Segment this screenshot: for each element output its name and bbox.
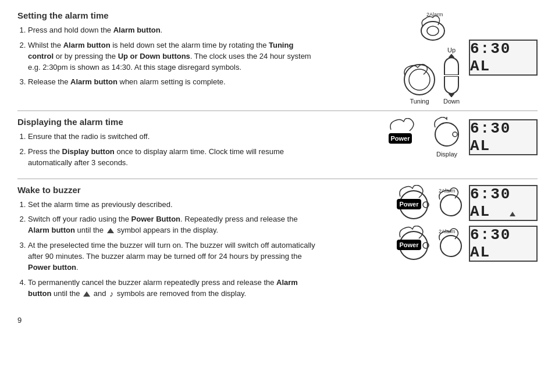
- section-displaying-alarm: Displaying the alarm time Ensure that th…: [17, 117, 538, 179]
- section-setting-alarm-visual: 2Alarm Tuning Up: [322, 10, 538, 105]
- svg-point-21: [440, 236, 461, 256]
- svg-text:Power: Power: [399, 241, 419, 248]
- down-arrow-svg: [440, 76, 463, 97]
- wake-row-1: Power 2Alarm 6:30 AL: [393, 185, 538, 221]
- step-2-1: Ensure that the radio is switched off.: [28, 131, 316, 142]
- power-alarm-wrap-1: Power 2Alarm: [393, 185, 464, 221]
- lcd-2: 6:30 AL: [469, 119, 538, 155]
- svg-point-4: [409, 69, 430, 90]
- section-wake-buzzer: Wake to buzzer Set the alarm time as pre…: [17, 185, 538, 310]
- lcd-triangle-indicator: [510, 212, 515, 216]
- tuning-knob-svg: [403, 63, 436, 97]
- and-text: and: [94, 289, 106, 298]
- svg-text:Power: Power: [390, 135, 410, 142]
- down-label: Down: [443, 98, 460, 105]
- power-btn-svg-3: Power: [393, 185, 434, 221]
- section-wake-buzzer-text: Wake to buzzer Set the alarm time as pre…: [17, 185, 322, 304]
- alarm-btn-small-1: 2Alarm: [437, 187, 464, 219]
- power-alarm-wrap-2: Power 2Alarm: [393, 226, 464, 262]
- updown-arrows: Up Down: [440, 47, 463, 105]
- power-display-visual: Power Display: [384, 117, 463, 158]
- display-btn-svg: [431, 117, 463, 149]
- section-heading-1: Setting the alarm time: [17, 10, 316, 20]
- section-displaying-alarm-text: Displaying the alarm time Ensure that th…: [17, 117, 322, 173]
- alarm-btn-small-svg-1: 2Alarm: [437, 187, 464, 217]
- svg-point-0: [421, 22, 444, 40]
- alarm-button-top: 2Alarm: [417, 10, 449, 44]
- tuning-row: Tuning Up: [403, 47, 463, 105]
- lcd-text-1: 6:30 AL: [470, 40, 536, 75]
- power-btn-svg-2: Power: [384, 118, 426, 155]
- section-heading-2: Displaying the alarm time: [17, 117, 316, 127]
- svg-text:2Alarm: 2Alarm: [426, 12, 443, 17]
- section-setting-alarm: Setting the alarm time Press and hold do…: [17, 10, 538, 111]
- wake-row-2: Power 2Alarm 6:30 AL: [393, 226, 538, 262]
- down-arrow-wrap: Down: [440, 76, 463, 105]
- step-3-1: Set the alarm time as previously describ…: [28, 199, 316, 211]
- power-btn-wrap-2: Power: [384, 118, 426, 157]
- up-label: Up: [447, 47, 456, 54]
- step-1-1: Press and hold down the Alarm button.: [28, 25, 316, 36]
- step-3-3: At the preselected time the buzzer will …: [28, 240, 316, 273]
- lcd-4: 6:30 AL: [469, 226, 538, 262]
- display-label: Display: [436, 151, 457, 158]
- up-arrow-svg: [440, 54, 463, 75]
- power-display-row: Power Display: [384, 117, 463, 158]
- step-3-4: To permanently cancel the buzzer alarm r…: [28, 277, 316, 300]
- triangle-icon-2: [83, 291, 90, 297]
- tuning-knob-wrap: Tuning: [403, 63, 436, 105]
- tuning-label: Tuning: [410, 98, 429, 105]
- lcd-text-3: 6:30 AL: [470, 186, 536, 220]
- lcd-text-4: 6:30 AL: [470, 226, 536, 261]
- section-setting-alarm-text: Setting the alarm time Press and hold do…: [17, 10, 322, 92]
- step-2-2: Press the Display button once to display…: [28, 147, 316, 169]
- section-wake-buzzer-visual: Power 2Alarm 6:30 AL: [322, 185, 538, 262]
- svg-point-1: [427, 26, 439, 35]
- alarm-button-svg: 2Alarm: [417, 10, 449, 42]
- page-number: 9: [17, 316, 538, 325]
- step-3-2: Switch off your radio using the Power Bu…: [28, 214, 316, 236]
- up-arrow-wrap: Up: [440, 47, 463, 75]
- triangle-icon-1: [107, 228, 114, 233]
- svg-text:Power: Power: [399, 201, 419, 208]
- lcd-1: 6:30 AL: [469, 40, 538, 76]
- note-icon: ♪: [109, 288, 113, 300]
- alarm-btn-small-2: 2Alarm: [437, 227, 464, 259]
- svg-point-8: [435, 123, 458, 146]
- section-heading-3: Wake to buzzer: [17, 185, 316, 195]
- power-btn-svg-4: Power: [393, 226, 434, 262]
- lcd-3: 6:30 AL: [469, 185, 538, 221]
- display-btn-wrap: Display: [431, 117, 463, 158]
- steps-list-1: Press and hold down the Alarm button. Wh…: [17, 25, 316, 88]
- section-displaying-alarm-visual: Power Display 6:30 AL: [322, 117, 538, 158]
- step-1-2: Whilst the Alarm button is held down set…: [28, 40, 316, 73]
- step-1-3: Release the Alarm button when alarm sett…: [28, 77, 316, 88]
- svg-point-9: [453, 132, 457, 137]
- svg-point-15: [440, 195, 461, 216]
- tuning-visual: 2Alarm Tuning Up: [403, 10, 463, 105]
- steps-list-2: Ensure that the radio is switched off. P…: [17, 131, 316, 169]
- lcd-text-2: 6:30 AL: [470, 120, 536, 155]
- steps-list-3: Set the alarm time as previously describ…: [17, 199, 316, 300]
- alarm-btn-small-svg-2: 2Alarm: [437, 227, 464, 258]
